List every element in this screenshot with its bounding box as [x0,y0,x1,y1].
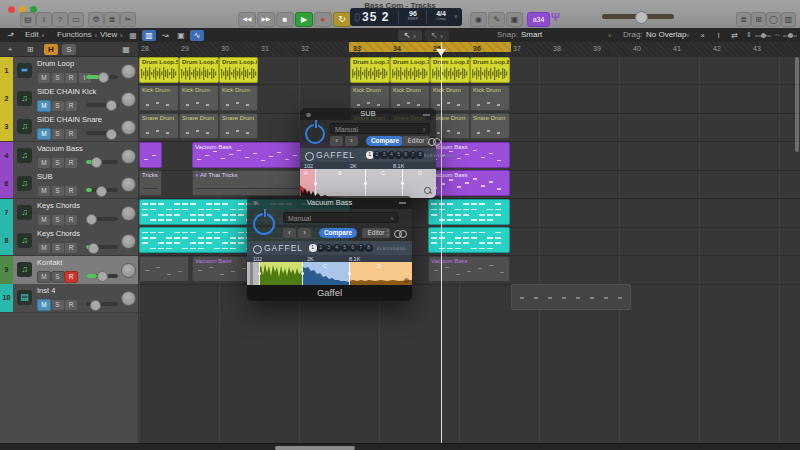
preset-menu[interactable]: Manual∨ [283,212,398,223]
track-row[interactable]: 6♫SUBMSR [0,170,138,199]
track-s-button[interactable]: S [51,157,65,169]
compare-button[interactable]: Compare [319,228,357,238]
preset-chevron-icon[interactable]: ∨ [422,124,426,135]
lcd-chevron-icon[interactable]: ∨ [454,13,458,19]
track-row[interactable]: 4♫Vacuum BassMSR [0,142,138,171]
track-volume-slider[interactable] [86,217,118,221]
track-r-button[interactable]: R [64,214,78,226]
region[interactable]: Snare Drum [470,113,510,139]
inspector-icon[interactable]: i [36,12,52,27]
flex-icon[interactable]: ∿ [190,30,204,41]
pan-knob[interactable] [121,263,136,278]
library-icon[interactable]: ▤ [20,12,36,27]
track-s-button[interactable]: S [51,271,65,283]
varispeed-badge[interactable]: a34 [527,12,550,27]
marquee-tool-icon[interactable]: I [712,30,725,41]
tuning-fork-icon[interactable]: Ψ [551,11,560,23]
track-name[interactable]: Keys Chords [37,229,80,238]
region[interactable] [139,142,162,168]
band-2-button[interactable]: 2 [317,244,325,252]
region[interactable]: Snare Drum [179,113,219,139]
band-handle[interactable] [348,272,352,276]
pointer-tool-button[interactable]: ↖ ∨ [398,30,422,41]
track-volume-slider[interactable] [86,245,118,249]
track-name[interactable]: Inst 4 [37,286,55,295]
band-3-button[interactable]: 3 [325,244,333,252]
playhead-marker[interactable] [436,49,446,56]
compare-button[interactable]: Compare [366,136,404,146]
volume-thumb[interactable] [97,271,108,282]
drag-chevron-icon[interactable]: ∨ [686,28,690,42]
snap-menu[interactable]: Smart [521,28,542,42]
region[interactable]: Snare Drum [139,113,179,139]
lcd-signature[interactable]: 4/4Cmaj [430,10,452,21]
track-s-button[interactable]: S [51,299,65,311]
region[interactable]: Kick Drum [470,85,510,111]
track-name[interactable]: Vacuum Bass [37,144,83,153]
vertical-zoom-slider[interactable] [755,35,771,37]
track-row[interactable]: 10▤Inst 4MSR [0,284,138,313]
close-icon[interactable] [253,201,258,206]
track-name[interactable]: Kontakt [37,258,62,267]
track-row[interactable]: 9♫KontaktMSR [0,256,138,285]
browsers-button[interactable]: ▥ [781,12,796,27]
track-m-button[interactable]: M [37,185,51,197]
cycle-region[interactable] [349,42,511,52]
pan-knob[interactable] [121,64,136,79]
track-s-button[interactable]: S [51,214,65,226]
mixer-icon[interactable]: ≣ [104,12,120,27]
menu-view[interactable]: View ∨ [100,28,123,42]
hide-tracks-button[interactable]: H [44,44,58,55]
region[interactable] [511,284,631,310]
catch-icon[interactable]: ▣ [174,30,188,41]
track-m-button[interactable]: M [37,214,51,226]
arrange-area[interactable]: Drum Loop.5Drum Loop.6Drum Loop.6Drum Lo… [138,56,800,443]
crossfade-tool-icon[interactable]: × [696,30,709,41]
track-m-button[interactable]: M [37,128,51,140]
track-s-button[interactable]: S [51,128,65,140]
loop-browser-button[interactable]: ◯ [766,12,781,27]
link-icon[interactable] [428,137,440,145]
band-1-button[interactable]: 1 [309,244,317,252]
track-volume-slider[interactable] [86,302,118,306]
preset-forward-button[interactable]: › [298,228,311,238]
track-s-button[interactable]: S [51,72,65,84]
track-r-button[interactable]: R [64,100,78,112]
nav-back-icon[interactable]: ⬏ [7,28,15,42]
bar-ruler[interactable]: 28293031323334353637383940414243 [138,42,800,57]
band-handle[interactable] [364,182,368,186]
pan-knob[interactable] [121,206,136,221]
playhead[interactable] [441,42,442,443]
add-track-button[interactable]: + [5,44,15,55]
solo-tracks-button[interactable]: S [62,44,76,55]
track-row[interactable]: 8♫Keys ChordsMSR [0,227,138,256]
tuner-icon-button[interactable]: ◉ [470,12,487,27]
track-r-button[interactable]: R [64,72,78,84]
plugin-titlebar[interactable]: SUB [300,108,436,120]
volume-thumb[interactable] [88,243,99,254]
track-name[interactable]: Drum Loop [37,59,74,68]
pan-knob[interactable] [121,177,136,192]
track-s-button[interactable]: S [51,100,65,112]
duplicate-track-button[interactable]: ⊞ [24,44,36,55]
region[interactable]: Drum Loop.6 [179,57,219,83]
region[interactable]: Drum Loop.7 [390,57,430,83]
forward-button[interactable]: ▶▶ [257,12,275,27]
volume-thumb[interactable] [96,186,107,197]
track-row[interactable]: 1⬌Drum LoopMSRI [0,57,138,86]
link-icon[interactable] [394,229,406,237]
stop-button[interactable]: ■ [276,12,294,27]
track-volume-slider[interactable] [86,75,118,79]
grid-view-icon[interactable]: ▦ [126,30,140,41]
track-row[interactable]: 7♫Keys ChordsMSR [0,199,138,228]
editor-menu[interactable]: Editor∧∨ [362,228,390,238]
pan-knob[interactable] [121,234,136,249]
volume-thumb[interactable] [98,72,109,83]
band-4-button[interactable]: 4 [333,244,341,252]
band-handle[interactable] [301,272,305,276]
track-m-button[interactable]: M [37,271,51,283]
band-8-button[interactable]: 8 [416,151,424,159]
track-m-button[interactable]: M [37,299,51,311]
region[interactable]: Drum Loop.8 [430,57,470,83]
cycle-button[interactable]: ↻ [333,12,351,27]
